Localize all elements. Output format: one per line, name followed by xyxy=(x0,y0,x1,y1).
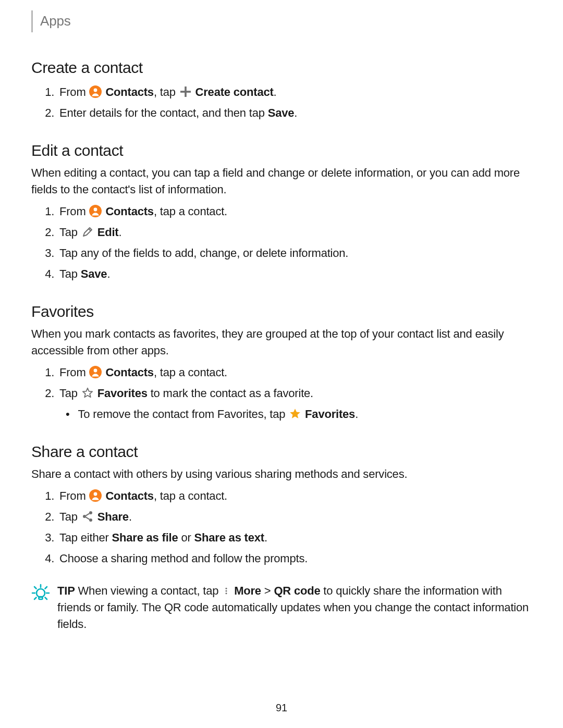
star-filled-icon xyxy=(289,408,301,420)
list-item: Choose a sharing method and follow the p… xyxy=(57,550,532,567)
text: or xyxy=(178,531,194,544)
page-number: 91 xyxy=(0,700,563,715)
label-create-contact: Create contact xyxy=(195,85,274,98)
list-item: From Contacts, tap a contact. xyxy=(57,203,532,220)
text: From xyxy=(59,366,89,379)
text: When viewing a contact, tap xyxy=(75,584,222,597)
lightbulb-icon xyxy=(31,584,50,607)
text: , tap a contact. xyxy=(154,366,227,379)
label-share-as-file: Share as file xyxy=(112,531,178,544)
label-contacts: Contacts xyxy=(105,205,154,218)
list-item: From Contacts, tap Create contact. xyxy=(57,84,532,101)
label-contacts: Contacts xyxy=(105,85,154,98)
text: From xyxy=(59,205,89,218)
list-item: From Contacts, tap a contact. xyxy=(57,364,532,381)
list-item: Enter details for the contact, and then … xyxy=(57,105,532,121)
list-item: Tap Favorites to mark the contact as a f… xyxy=(57,385,532,423)
label-edit: Edit xyxy=(97,226,119,239)
heading-favorites: Favorites xyxy=(31,300,532,323)
list-item: Tap Share. xyxy=(57,509,532,525)
text: Tap xyxy=(59,387,81,400)
steps-share-contact: From Contacts, tap a contact. Tap Share.… xyxy=(31,488,532,567)
label-share: Share xyxy=(97,510,129,523)
text: , tap xyxy=(154,85,179,98)
text: . xyxy=(118,226,121,239)
text: Tap either xyxy=(59,531,112,544)
label-favorites: Favorites xyxy=(97,387,148,400)
paragraph: Share a contact with others by using var… xyxy=(31,466,532,483)
text: From xyxy=(59,489,89,502)
document-page: Apps Create a contact From Contacts, tap… xyxy=(0,0,563,728)
text: Tap xyxy=(59,226,81,239)
tip-label: TIP xyxy=(57,584,75,597)
list-item: Tap either Share as file or Share as tex… xyxy=(57,529,532,546)
star-outline-icon xyxy=(81,387,94,399)
paragraph: When you mark contacts as favorites, the… xyxy=(31,326,532,359)
label-favorites: Favorites xyxy=(305,408,355,421)
label-more: More xyxy=(234,584,261,597)
label-save: Save xyxy=(268,106,295,119)
text: To remove the contact from Favorites, ta… xyxy=(78,408,289,421)
heading-create-contact: Create a contact xyxy=(31,56,532,79)
label-share-as-text: Share as text xyxy=(194,531,264,544)
edit-icon xyxy=(81,226,94,238)
label-qr-code: QR code xyxy=(274,584,320,597)
sublist: To remove the contact from Favorites, ta… xyxy=(59,406,532,423)
list-item: Tap any of the fields to add, change, or… xyxy=(57,245,532,262)
plus-icon xyxy=(179,85,192,98)
more-icon xyxy=(222,585,230,597)
steps-favorites: From Contacts, tap a contact. Tap Favori… xyxy=(31,364,532,423)
share-icon xyxy=(81,510,94,523)
text: . xyxy=(264,531,267,544)
text: > xyxy=(261,584,274,597)
text: Tap xyxy=(59,267,81,280)
text: Enter details for the contact, and then … xyxy=(59,106,268,119)
paragraph: When editing a contact, you can tap a fi… xyxy=(31,165,532,198)
contacts-icon xyxy=(89,85,102,98)
contacts-icon xyxy=(89,205,102,217)
text: , tap a contact. xyxy=(154,489,227,502)
text: , tap a contact. xyxy=(154,205,227,218)
contacts-icon xyxy=(89,366,102,378)
label-contacts: Contacts xyxy=(105,366,154,379)
text: . xyxy=(294,106,297,119)
text: . xyxy=(129,510,132,523)
tip-text: TIP When viewing a contact, tap More > Q… xyxy=(57,583,532,633)
list-item: From Contacts, tap a contact. xyxy=(57,488,532,504)
heading-share-contact: Share a contact xyxy=(31,440,532,463)
text: to mark the contact as a favorite. xyxy=(148,387,313,400)
label-save: Save xyxy=(81,267,107,280)
breadcrumb: Apps xyxy=(31,10,532,32)
list-item: Tap Save. xyxy=(57,266,532,282)
text: . xyxy=(274,85,277,98)
tip-callout: TIP When viewing a contact, tap More > Q… xyxy=(31,583,532,633)
steps-create-contact: From Contacts, tap Create contact. Enter… xyxy=(31,84,532,121)
list-item: Tap Edit. xyxy=(57,224,532,241)
steps-edit-contact: From Contacts, tap a contact. Tap Edit. … xyxy=(31,203,532,282)
label-contacts: Contacts xyxy=(105,489,154,502)
text: Tap xyxy=(59,510,81,523)
text: From xyxy=(59,85,89,98)
text: . xyxy=(355,408,358,421)
list-item: To remove the contact from Favorites, ta… xyxy=(75,406,532,423)
text: . xyxy=(107,267,110,280)
contacts-icon xyxy=(89,489,102,502)
heading-edit-contact: Edit a contact xyxy=(31,139,532,162)
